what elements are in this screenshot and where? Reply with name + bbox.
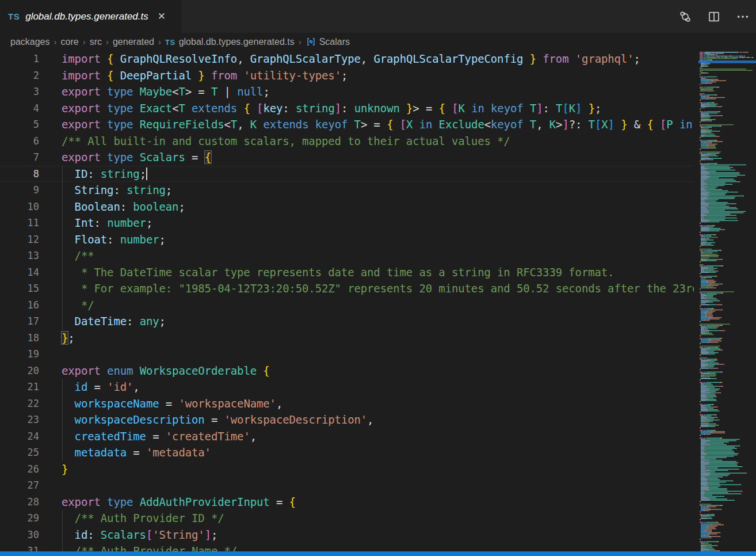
minimap-canvas[interactable]: [698, 51, 756, 551]
breadcrumb-item-generated[interactable]: generated: [113, 37, 154, 47]
code-text: export type Exact<T extends { [key: stri…: [62, 100, 601, 117]
code-line[interactable]: 24 createdTime = 'createdTime',: [0, 428, 694, 445]
line-number[interactable]: 2: [0, 67, 39, 84]
code-line[interactable]: 3export type Maybe<T> = T | null;: [0, 83, 694, 100]
close-tab-icon[interactable]: ✕: [158, 12, 166, 21]
tab-bar: TS global.db.types.generated.ts ✕: [0, 0, 756, 33]
line-number[interactable]: 10: [0, 199, 39, 215]
code-line[interactable]: 14 * The DateTime scalar type represents…: [0, 264, 694, 281]
line-number[interactable]: 4: [0, 100, 39, 117]
code-text: export type AddAuthProviderInput = {: [62, 494, 296, 511]
indent-guide: [62, 199, 63, 215]
code-text: export enum WorkspaceOrderable {: [62, 363, 270, 379]
line-number[interactable]: 20: [0, 363, 39, 379]
indent-guide: [62, 379, 63, 395]
breadcrumb-item-src[interactable]: src: [90, 37, 102, 47]
code-line[interactable]: 28export type AddAuthProviderInput = {: [0, 494, 694, 511]
breadcrumb-item-core[interactable]: core: [61, 37, 79, 47]
more-actions-icon[interactable]: [735, 9, 750, 24]
line-number[interactable]: 3: [0, 83, 39, 100]
line-number[interactable]: 26: [0, 461, 39, 478]
line-number[interactable]: 16: [0, 297, 39, 314]
code-line[interactable]: 8 ID: string;: [0, 166, 694, 182]
line-number[interactable]: 31: [0, 543, 39, 551]
breadcrumb-separator: ›: [158, 37, 161, 47]
code-text: Boolean: boolean;: [62, 199, 185, 215]
code-line[interactable]: 31 /** Auth Provider Name */: [0, 543, 694, 551]
line-number[interactable]: 7: [0, 149, 39, 166]
code-line[interactable]: 6/** All built-in and custom scalars, ma…: [0, 133, 694, 150]
breadcrumb-item-symbol[interactable]: Scalars: [306, 36, 350, 47]
code-line[interactable]: 2import { DeepPartial } from 'utility-ty…: [0, 67, 694, 84]
code-line[interactable]: 16 */: [0, 297, 694, 314]
code-line[interactable]: 30 id: Scalars['String'];: [0, 527, 694, 543]
line-number[interactable]: 29: [0, 510, 39, 527]
code-line[interactable]: 5export type RequireFields<T, K extends …: [0, 116, 694, 133]
vscode-window: TS global.db.types.generated.ts ✕: [0, 0, 756, 556]
code-text: };: [62, 330, 75, 346]
indent-guide: [62, 395, 63, 412]
code-line[interactable]: 19: [0, 346, 694, 363]
line-number[interactable]: 15: [0, 280, 39, 297]
line-number[interactable]: 18: [0, 330, 39, 346]
breadcrumb-item-packages[interactable]: packages: [10, 37, 50, 47]
indent-guide: [62, 215, 63, 231]
indent-guide: [62, 527, 63, 543]
line-number[interactable]: 13: [0, 247, 39, 264]
code-line[interactable]: 18};: [0, 330, 694, 346]
split-editor-icon[interactable]: [707, 9, 721, 24]
code-text: /** Auth Provider Name */: [62, 543, 237, 551]
line-number[interactable]: 11: [0, 215, 39, 231]
code-line[interactable]: 15 * For example: "1985-04-12T23:20:50.5…: [0, 280, 694, 297]
line-number[interactable]: 6: [0, 133, 39, 150]
code-line[interactable]: 17 DateTime: any;: [0, 313, 694, 330]
text-cursor: [146, 167, 147, 180]
tab-global-db-types[interactable]: TS global.db.types.generated.ts ✕: [0, 0, 181, 33]
line-number[interactable]: 21: [0, 379, 39, 395]
code-line[interactable]: 25 metadata = 'metadata': [0, 444, 694, 461]
code-line[interactable]: 13 /**: [0, 247, 694, 264]
code-line[interactable]: 12 Float: number;: [0, 231, 694, 248]
line-number[interactable]: 27: [0, 477, 39, 494]
code-line[interactable]: 10 Boolean: boolean;: [0, 199, 694, 215]
line-number[interactable]: 1: [0, 51, 39, 67]
breadcrumb-item-file[interactable]: TSglobal.db.types.generated.ts: [165, 37, 295, 47]
code-text: DateTime: any;: [62, 313, 166, 330]
breadcrumb-separator: ›: [299, 37, 301, 47]
line-number[interactable]: 28: [0, 494, 39, 511]
editor[interactable]: 1import { GraphQLResolveInfo, GraphQLSca…: [0, 51, 694, 551]
code-line[interactable]: 20export enum WorkspaceOrderable {: [0, 363, 694, 379]
compare-changes-icon[interactable]: [678, 9, 693, 24]
code-text: Int: number;: [62, 215, 152, 231]
line-number[interactable]: 24: [0, 428, 39, 445]
line-number[interactable]: 8: [0, 166, 39, 182]
breadcrumb-separator: ›: [83, 37, 86, 47]
code-line[interactable]: 27: [0, 477, 694, 494]
line-number[interactable]: 30: [0, 527, 39, 543]
line-number[interactable]: 23: [0, 412, 39, 428]
line-number[interactable]: 19: [0, 346, 39, 363]
code-line[interactable]: 22 workspaceName = 'workspaceName',: [0, 395, 694, 412]
code-line[interactable]: 9 String: string;: [0, 182, 694, 199]
line-number[interactable]: 22: [0, 395, 39, 412]
code-line[interactable]: 26}: [0, 461, 694, 478]
code-line[interactable]: 4export type Exact<T extends { [key: str…: [0, 100, 694, 117]
line-number[interactable]: 14: [0, 264, 39, 281]
indent-guide: [62, 182, 63, 199]
line-number[interactable]: 9: [0, 182, 39, 199]
code-line[interactable]: 1import { GraphQLResolveInfo, GraphQLSca…: [0, 51, 694, 67]
typescript-file-icon: TS: [165, 38, 175, 47]
indent-guide: [62, 543, 63, 551]
line-number[interactable]: 12: [0, 231, 39, 248]
code-line[interactable]: 7export type Scalars = {: [0, 149, 694, 166]
line-number[interactable]: 25: [0, 444, 39, 461]
typescript-file-icon: TS: [8, 12, 20, 21]
line-number[interactable]: 17: [0, 313, 39, 330]
status-bar: [0, 551, 756, 556]
code-line[interactable]: 29 /** Auth Provider ID */: [0, 510, 694, 527]
minimap[interactable]: [694, 51, 756, 551]
code-line[interactable]: 23 workspaceDescription = 'workspaceDesc…: [0, 412, 694, 428]
code-line[interactable]: 11 Int: number;: [0, 215, 694, 231]
code-line[interactable]: 21 id = 'id',: [0, 379, 694, 395]
line-number[interactable]: 5: [0, 116, 39, 133]
